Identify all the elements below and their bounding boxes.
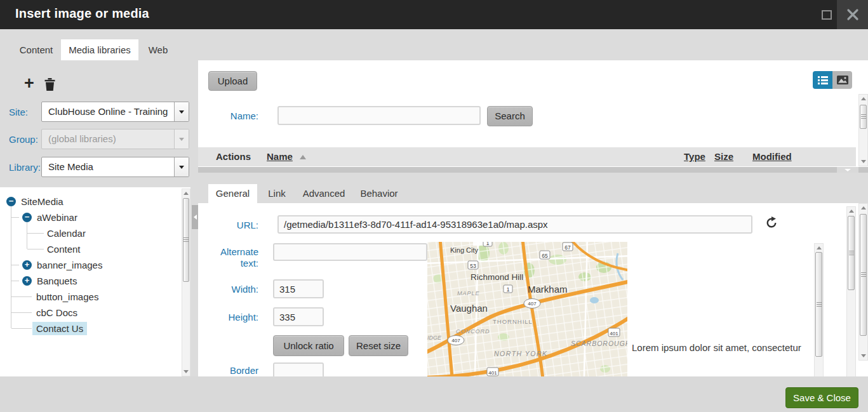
list-view-button[interactable] (813, 71, 832, 89)
width-input[interactable] (273, 279, 324, 298)
preview-scrollbar[interactable] (814, 243, 824, 376)
preview-scrollbar-thumb[interactable] (815, 252, 822, 357)
properties-scrollbar-thumb[interactable] (860, 214, 867, 336)
map-label-vaughan: Vaughan (450, 303, 488, 314)
svg-text:1: 1 (486, 242, 490, 246)
dialog-title: Insert image or media (15, 6, 149, 21)
svg-text:1: 1 (507, 286, 510, 293)
map-label-ridge: IDGE (427, 335, 442, 341)
collapse-panel-button[interactable] (837, 167, 858, 173)
tree-item-content[interactable]: Content (47, 241, 81, 257)
tree-item-banquets[interactable]: Banquets (37, 273, 77, 289)
route-shield: 53 (468, 261, 478, 269)
map-preview-image: 53 65 67 1 1 407 407 401 401 King City R… (427, 242, 627, 376)
map-label-king-city: King City (450, 246, 479, 254)
tree-item-button-images[interactable]: button_images (36, 289, 98, 305)
tree-item-sitemedia[interactable]: SiteMedia (21, 194, 63, 209)
dialog-header: Insert image or media (0, 0, 868, 29)
scroll-up-icon[interactable] (859, 95, 867, 103)
image-view-icon (837, 76, 848, 85)
tree-connector-line (11, 328, 32, 329)
column-name-sort[interactable]: Name (267, 147, 293, 166)
tree-item-banner-images[interactable]: banner_images (37, 257, 102, 273)
scroll-down-icon[interactable] (859, 157, 867, 166)
general-tab-panel: URL: Alternate text: Width: Height: Unlo… (198, 203, 868, 376)
url-label: URL: (203, 220, 258, 231)
map-label-maple: MAPLE (457, 290, 480, 296)
unlock-ratio-button[interactable]: Unlock ratio (273, 335, 344, 356)
url-input[interactable] (277, 215, 752, 234)
file-list-scrollbar[interactable] (858, 94, 868, 166)
group-select-value: (global libraries) (48, 130, 116, 149)
tree-connector-line (11, 217, 19, 218)
collapse-down-icon (845, 169, 851, 171)
svg-text:401: 401 (488, 370, 497, 376)
properties-inner-scrollbar-thumb[interactable] (848, 216, 855, 290)
properties-inner-scrollbar[interactable] (846, 206, 856, 376)
tree-connector-line (27, 233, 44, 234)
scroll-down-icon[interactable] (859, 352, 867, 360)
scroll-up-icon[interactable] (182, 189, 190, 197)
svg-text:53: 53 (470, 263, 476, 269)
tree-connector-line (11, 312, 32, 313)
group-select: (global libraries) (41, 129, 189, 149)
column-modified-sort[interactable]: Modified (752, 147, 792, 166)
tab-behavior[interactable]: Behavior (354, 184, 404, 203)
tree-scrollbar-thumb[interactable] (183, 198, 189, 282)
name-search-input[interactable] (277, 106, 481, 125)
scroll-up-icon[interactable] (815, 244, 823, 252)
reset-size-button[interactable]: Reset size (349, 335, 408, 356)
properties-scrollbar[interactable] (858, 203, 868, 361)
column-size-sort[interactable]: Size (714, 147, 733, 166)
tab-content[interactable]: Content (19, 39, 53, 60)
tab-general[interactable]: General (208, 184, 257, 203)
tree-item-awebinar[interactable]: aWebinar (37, 209, 77, 225)
group-label: Group: (9, 134, 38, 145)
refresh-url-button[interactable] (765, 216, 778, 232)
expand-node-icon[interactable]: + (22, 276, 32, 286)
site-label: Site: (9, 107, 28, 117)
library-select-arrow-icon[interactable] (174, 157, 189, 176)
map-label-richmond-hill: Richmond Hill (471, 272, 523, 282)
tab-web[interactable]: Web (145, 39, 171, 60)
thumbnail-view-button[interactable] (832, 71, 852, 89)
maximize-icon[interactable] (822, 10, 832, 20)
save-and-close-button[interactable]: Save & Close (785, 387, 858, 408)
alternate-text-input[interactable] (273, 243, 427, 261)
tab-advanced[interactable]: Advanced (298, 184, 349, 203)
delete-trash-icon[interactable] (44, 78, 55, 93)
column-type-sort[interactable]: Type (684, 147, 705, 166)
tab-link[interactable]: Link (261, 184, 293, 203)
tree-item-calendar[interactable]: Calendar (47, 225, 86, 241)
site-select[interactable]: ClubHouse Online - Training (41, 102, 189, 122)
scroll-up-icon[interactable] (847, 207, 855, 215)
tree-connector-line (11, 281, 19, 281)
library-select-value: Site Media (48, 157, 93, 176)
library-select[interactable]: Site Media (41, 157, 189, 177)
scroll-up-icon[interactable] (859, 204, 867, 212)
scroll-down-icon[interactable] (182, 368, 190, 376)
file-list-scrollbar-thumb[interactable] (860, 105, 867, 129)
add-library-icon[interactable]: + (24, 75, 34, 92)
tree-scrollbar[interactable] (182, 189, 190, 376)
border-input[interactable] (273, 362, 324, 376)
map-label-scarborough: SCARBOROUGH (571, 340, 627, 347)
panel-splitter[interactable] (198, 167, 868, 173)
route-shield: 1 (483, 242, 492, 246)
upload-button[interactable]: Upload (208, 71, 257, 91)
expand-node-icon[interactable]: + (22, 260, 32, 270)
site-select-value: ClubHouse Online - Training (48, 102, 168, 121)
site-select-arrow-icon[interactable] (174, 102, 189, 121)
close-button[interactable] (837, 0, 868, 29)
tree-item-cbc-docs[interactable]: cbC Docs (36, 305, 77, 321)
search-button[interactable]: Search (487, 106, 533, 126)
refresh-icon (765, 216, 778, 229)
route-shield: 407 (524, 299, 540, 309)
collapse-node-icon[interactable]: − (6, 197, 16, 206)
media-folder-tree: SiteMedia − aWebinar − Calendar Content … (0, 187, 190, 376)
tab-media-libraries[interactable]: Media libraries (61, 39, 138, 60)
tree-item-contact-us-selected[interactable]: Contact Us (32, 321, 87, 336)
collapse-node-icon[interactable]: − (22, 213, 32, 222)
height-input[interactable] (273, 307, 324, 326)
map-label-concord: CONCORD (456, 328, 490, 335)
